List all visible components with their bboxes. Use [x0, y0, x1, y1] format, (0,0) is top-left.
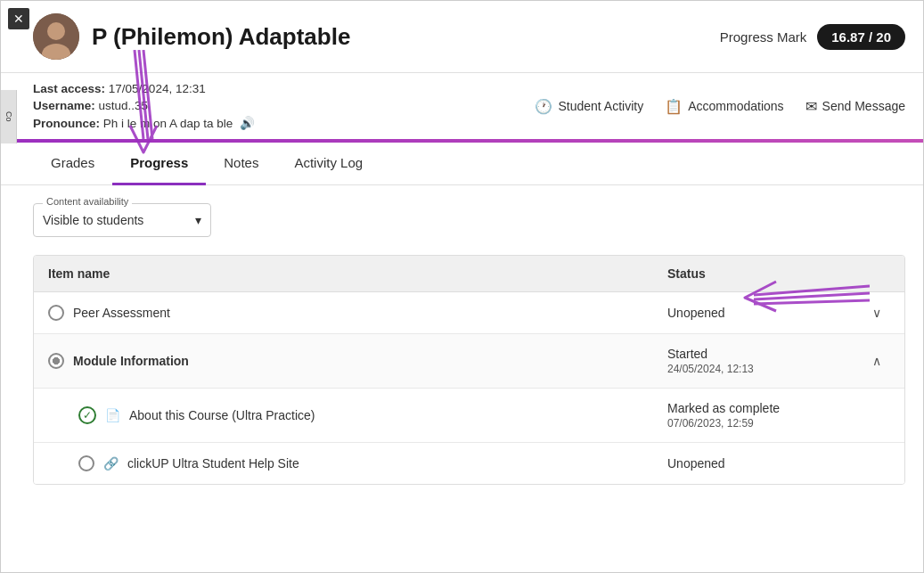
- link-icon: 🔗: [103, 456, 119, 471]
- clickup-status: Unopened: [667, 456, 863, 471]
- audio-icon[interactable]: 🔊: [240, 117, 255, 130]
- doc-icon: 📄: [105, 408, 120, 422]
- peer-assessment-expand[interactable]: ∨: [863, 306, 890, 320]
- tab-progress[interactable]: Progress: [112, 143, 206, 185]
- about-course-status: Marked as complete 07/06/2023, 12:59: [667, 401, 863, 430]
- table-row: 🔗 clickUP Ultra Student Help Site Unopen…: [34, 443, 904, 484]
- radio-empty-icon: [48, 305, 64, 321]
- sidebar-tab[interactable]: Co: [1, 90, 17, 143]
- tab-grades[interactable]: Grades: [33, 143, 112, 185]
- radio-partial-icon: [48, 353, 64, 369]
- row-item-clickup: 🔗 clickUP Ultra Student Help Site: [78, 455, 667, 471]
- row-item-module-info: Module Information: [48, 353, 667, 369]
- content-availability-wrapper: Content availability Visible to students…: [33, 203, 211, 237]
- tab-notes[interactable]: Notes: [206, 143, 276, 185]
- module-info-collapse[interactable]: ∧: [863, 354, 890, 368]
- col-item-name: Item name: [48, 266, 667, 281]
- last-access-line: Last access: 17/05/2024, 12:31: [33, 82, 255, 95]
- row-item-peer-assessment: Peer Assessment: [48, 305, 667, 321]
- last-access-label: Last access:: [33, 82, 105, 95]
- student-activity-button[interactable]: 🕐 Student Activity: [535, 98, 643, 115]
- row-item-about-course: ✓ 📄 About this Course (Ultra Practice): [78, 406, 667, 424]
- peer-assessment-name: Peer Assessment: [73, 306, 170, 320]
- last-access-value: 17/05/2024, 12:31: [109, 82, 206, 95]
- content-availability-select[interactable]: Visible to students ▾: [43, 213, 201, 227]
- progress-mark-badge: 16.87 / 20: [817, 24, 905, 50]
- radio-empty-icon-2: [78, 455, 94, 471]
- info-bar: Last access: 17/05/2024, 12:31 Username:…: [1, 73, 923, 139]
- peer-assessment-status: Unopened: [667, 306, 863, 320]
- username-label: Username:: [33, 99, 95, 112]
- svg-point-1: [47, 22, 65, 40]
- clickup-name: clickUP Ultra Student Help Site: [127, 456, 299, 471]
- page-wrapper: ✕ Co P (Philemon) Adaptable Progress Mar…: [0, 0, 924, 573]
- status-complete: Marked as complete: [667, 401, 863, 415]
- send-message-button[interactable]: ✉ Send Message: [805, 98, 905, 115]
- status-date-module: 24/05/2024, 12:13: [667, 363, 863, 375]
- progress-mark-label: Progress Mark: [720, 29, 807, 45]
- info-left: Last access: 17/05/2024, 12:31 Username:…: [33, 82, 255, 130]
- header: P (Philemon) Adaptable Progress Mark 16.…: [1, 1, 923, 73]
- status-unopened-2: Unopened: [667, 456, 863, 471]
- check-green-icon: ✓: [78, 406, 96, 424]
- chevron-down-icon: ▾: [195, 213, 201, 227]
- info-actions: 🕐 Student Activity 📋 Accommodations ✉ Se…: [535, 98, 905, 115]
- tab-activity-log[interactable]: Activity Log: [276, 143, 380, 185]
- module-info-status: Started 24/05/2024, 12:13: [667, 347, 863, 375]
- content-availability-value: Visible to students: [43, 213, 143, 227]
- student-name: P (Philemon) Adaptable: [92, 23, 350, 51]
- username-value: ustud..35: [99, 99, 149, 112]
- tabs: Grades Progress Notes Activity Log: [1, 143, 923, 185]
- pronounce-line: Pronounce: Ph i le m on A dap ta ble 🔊: [33, 116, 255, 130]
- status-unopened: Unopened: [667, 306, 863, 320]
- accommodations-button[interactable]: 📋 Accommodations: [665, 98, 783, 115]
- close-button[interactable]: ✕: [8, 8, 29, 29]
- table-row: Peer Assessment Unopened ∨: [34, 292, 904, 334]
- header-left: P (Philemon) Adaptable: [33, 13, 350, 60]
- accommodations-label: Accommodations: [688, 99, 783, 113]
- pronounce-label: Pronounce:: [33, 117, 100, 130]
- content-area: Content availability Visible to students…: [1, 185, 923, 503]
- envelope-icon: ✉: [805, 98, 817, 115]
- about-course-name: About this Course (Ultra Practice): [129, 408, 315, 422]
- progress-table: Item name Status Peer Assessment Unopene…: [33, 255, 905, 485]
- header-right: Progress Mark 16.87 / 20: [720, 24, 905, 50]
- col-status: Status: [667, 266, 863, 281]
- accommodations-icon: 📋: [665, 98, 683, 115]
- status-date-about: 07/06/2023, 12:59: [667, 417, 863, 430]
- pronounce-value: Ph i le m on A dap ta ble: [103, 117, 233, 130]
- status-started: Started: [667, 347, 863, 361]
- module-info-name: Module Information: [73, 354, 189, 368]
- send-message-label: Send Message: [822, 99, 905, 113]
- student-activity-label: Student Activity: [558, 99, 643, 113]
- username-line: Username: ustud..35: [33, 99, 255, 112]
- table-header: Item name Status: [34, 256, 904, 292]
- table-row: Module Information Started 24/05/2024, 1…: [34, 334, 904, 389]
- clock-icon: 🕐: [535, 98, 552, 115]
- content-availability-label: Content availability: [43, 196, 132, 207]
- table-row: ✓ 📄 About this Course (Ultra Practice) M…: [34, 389, 904, 443]
- avatar: [33, 13, 79, 60]
